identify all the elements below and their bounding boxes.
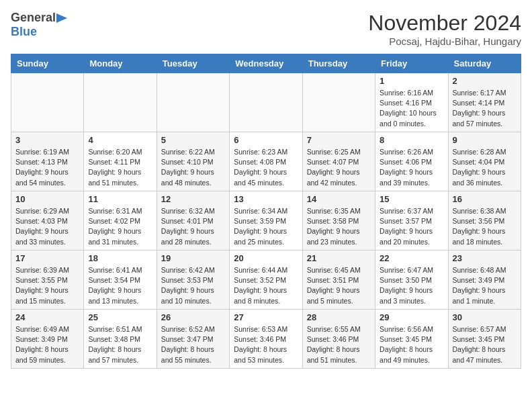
day-info: Sunrise: 6:37 AMSunset: 3:57 PMDaylight:… (380, 206, 443, 247)
day-number: 1 (380, 76, 443, 86)
column-header-tuesday: Tuesday (157, 54, 229, 73)
month-title: November 2024 (368, 11, 521, 36)
calendar-cell: 14Sunrise: 6:35 AMSunset: 3:58 PMDayligh… (302, 191, 375, 250)
calendar-cell: 16Sunrise: 6:38 AMSunset: 3:56 PMDayligh… (448, 191, 521, 250)
day-info: Sunrise: 6:38 AMSunset: 3:56 PMDaylight:… (453, 206, 517, 247)
column-header-saturday: Saturday (448, 54, 521, 73)
day-number: 5 (161, 135, 225, 145)
svg-marker-0 (56, 13, 67, 23)
calendar-cell: 18Sunrise: 6:41 AMSunset: 3:54 PMDayligh… (84, 250, 157, 310)
calendar-cell: 7Sunrise: 6:25 AMSunset: 4:07 PMDaylight… (302, 132, 375, 191)
day-info: Sunrise: 6:56 AMSunset: 3:45 PMDaylight:… (380, 324, 443, 365)
day-info: Sunrise: 6:44 AMSunset: 3:52 PMDaylight:… (234, 265, 298, 306)
day-number: 23 (453, 253, 517, 263)
day-number: 15 (380, 194, 443, 204)
logo-general-text: General (11, 11, 56, 25)
day-info: Sunrise: 6:25 AMSunset: 4:07 PMDaylight:… (307, 147, 371, 188)
location-subtitle: Pocsaj, Hajdu-Bihar, Hungary (368, 36, 521, 47)
day-number: 27 (234, 312, 298, 322)
day-info: Sunrise: 6:42 AMSunset: 3:53 PMDaylight:… (161, 265, 225, 306)
calendar-cell: 19Sunrise: 6:42 AMSunset: 3:53 PMDayligh… (157, 250, 229, 310)
day-info: Sunrise: 6:17 AMSunset: 4:14 PMDaylight:… (453, 88, 517, 129)
calendar-cell: 12Sunrise: 6:32 AMSunset: 4:01 PMDayligh… (157, 191, 229, 250)
day-info: Sunrise: 6:19 AMSunset: 4:13 PMDaylight:… (15, 147, 79, 188)
calendar-cell: 10Sunrise: 6:29 AMSunset: 4:03 PMDayligh… (11, 191, 84, 250)
day-number: 24 (15, 312, 79, 322)
day-number: 4 (88, 135, 152, 145)
day-info: Sunrise: 6:31 AMSunset: 4:02 PMDaylight:… (88, 206, 152, 247)
day-number: 6 (234, 135, 298, 145)
day-info: Sunrise: 6:41 AMSunset: 3:54 PMDaylight:… (88, 265, 152, 306)
day-number: 11 (88, 194, 152, 204)
day-info: Sunrise: 6:29 AMSunset: 4:03 PMDaylight:… (15, 206, 79, 247)
day-number: 19 (161, 253, 225, 263)
calendar-cell (11, 73, 84, 132)
calendar-cell: 20Sunrise: 6:44 AMSunset: 3:52 PMDayligh… (230, 250, 302, 310)
day-number: 22 (380, 253, 443, 263)
day-number: 17 (15, 253, 79, 263)
calendar-table: SundayMondayTuesdayWednesdayThursdayFrid… (11, 54, 521, 369)
logo: General Blue (11, 11, 67, 39)
calendar-cell: 4Sunrise: 6:20 AMSunset: 4:11 PMDaylight… (84, 132, 157, 191)
column-header-monday: Monday (84, 54, 157, 73)
day-number: 2 (453, 76, 517, 86)
logo-triangle-icon (56, 13, 67, 23)
day-number: 25 (88, 312, 152, 322)
day-info: Sunrise: 6:35 AMSunset: 3:58 PMDaylight:… (307, 206, 371, 247)
day-number: 28 (307, 312, 371, 322)
day-info: Sunrise: 6:45 AMSunset: 3:51 PMDaylight:… (307, 265, 371, 306)
column-header-sunday: Sunday (11, 54, 84, 73)
day-number: 26 (161, 312, 225, 322)
day-info: Sunrise: 6:26 AMSunset: 4:06 PMDaylight:… (380, 147, 443, 188)
day-number: 29 (380, 312, 443, 322)
day-number: 30 (453, 312, 517, 322)
calendar-cell (157, 73, 229, 132)
calendar-week-row: 17Sunrise: 6:39 AMSunset: 3:55 PMDayligh… (11, 250, 521, 310)
day-info: Sunrise: 6:23 AMSunset: 4:08 PMDaylight:… (234, 147, 298, 188)
calendar-cell (84, 73, 157, 132)
day-info: Sunrise: 6:34 AMSunset: 3:59 PMDaylight:… (234, 206, 298, 247)
day-info: Sunrise: 6:32 AMSunset: 4:01 PMDaylight:… (161, 206, 225, 247)
day-info: Sunrise: 6:48 AMSunset: 3:49 PMDaylight:… (453, 265, 517, 306)
column-header-thursday: Thursday (302, 54, 375, 73)
day-info: Sunrise: 6:55 AMSunset: 3:46 PMDaylight:… (307, 324, 371, 365)
calendar-cell (302, 73, 375, 132)
day-info: Sunrise: 6:49 AMSunset: 3:49 PMDaylight:… (15, 324, 79, 365)
day-number: 7 (307, 135, 371, 145)
column-header-wednesday: Wednesday (230, 54, 302, 73)
day-number: 12 (161, 194, 225, 204)
calendar-week-row: 10Sunrise: 6:29 AMSunset: 4:03 PMDayligh… (11, 191, 521, 250)
day-info: Sunrise: 6:20 AMSunset: 4:11 PMDaylight:… (88, 147, 152, 188)
day-info: Sunrise: 6:22 AMSunset: 4:10 PMDaylight:… (161, 147, 225, 188)
day-number: 13 (234, 194, 298, 204)
logo-blue-text: Blue (11, 25, 37, 38)
calendar-cell: 28Sunrise: 6:55 AMSunset: 3:46 PMDayligh… (302, 310, 375, 369)
calendar-cell: 15Sunrise: 6:37 AMSunset: 3:57 PMDayligh… (375, 191, 448, 250)
title-area: November 2024 Pocsaj, Hajdu-Bihar, Hunga… (368, 11, 521, 47)
calendar-cell: 25Sunrise: 6:51 AMSunset: 3:48 PMDayligh… (84, 310, 157, 369)
day-info: Sunrise: 6:16 AMSunset: 4:16 PMDaylight:… (380, 88, 443, 129)
calendar-cell: 1Sunrise: 6:16 AMSunset: 4:16 PMDaylight… (375, 73, 448, 132)
calendar-cell: 23Sunrise: 6:48 AMSunset: 3:49 PMDayligh… (448, 250, 521, 310)
day-info: Sunrise: 6:52 AMSunset: 3:47 PMDaylight:… (161, 324, 225, 365)
calendar-cell: 13Sunrise: 6:34 AMSunset: 3:59 PMDayligh… (230, 191, 302, 250)
calendar-cell: 29Sunrise: 6:56 AMSunset: 3:45 PMDayligh… (375, 310, 448, 369)
calendar-cell: 9Sunrise: 6:28 AMSunset: 4:04 PMDaylight… (448, 132, 521, 191)
calendar-cell: 24Sunrise: 6:49 AMSunset: 3:49 PMDayligh… (11, 310, 84, 369)
day-number: 16 (453, 194, 517, 204)
column-header-friday: Friday (375, 54, 448, 73)
day-info: Sunrise: 6:51 AMSunset: 3:48 PMDaylight:… (88, 324, 152, 365)
day-number: 14 (307, 194, 371, 204)
day-info: Sunrise: 6:47 AMSunset: 3:50 PMDaylight:… (380, 265, 443, 306)
calendar-week-row: 3Sunrise: 6:19 AMSunset: 4:13 PMDaylight… (11, 132, 521, 191)
day-number: 8 (380, 135, 443, 145)
calendar-cell: 26Sunrise: 6:52 AMSunset: 3:47 PMDayligh… (157, 310, 229, 369)
calendar-cell: 11Sunrise: 6:31 AMSunset: 4:02 PMDayligh… (84, 191, 157, 250)
day-info: Sunrise: 6:57 AMSunset: 3:45 PMDaylight:… (453, 324, 517, 365)
calendar-cell: 2Sunrise: 6:17 AMSunset: 4:14 PMDaylight… (448, 73, 521, 132)
day-info: Sunrise: 6:28 AMSunset: 4:04 PMDaylight:… (453, 147, 517, 188)
calendar-cell: 27Sunrise: 6:53 AMSunset: 3:46 PMDayligh… (230, 310, 302, 369)
calendar-cell: 8Sunrise: 6:26 AMSunset: 4:06 PMDaylight… (375, 132, 448, 191)
day-number: 18 (88, 253, 152, 263)
calendar-header-row: SundayMondayTuesdayWednesdayThursdayFrid… (11, 54, 521, 73)
